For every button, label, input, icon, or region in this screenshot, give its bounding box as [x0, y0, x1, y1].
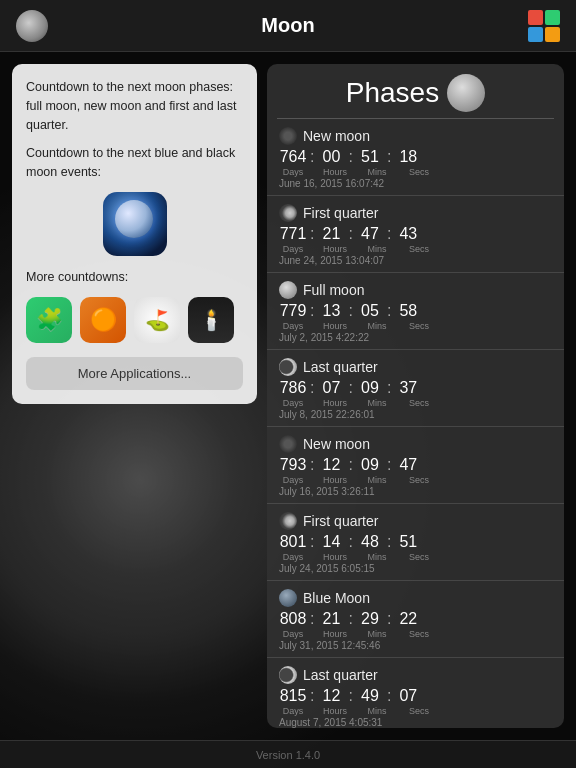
- phase-item: New moon 764 : 00 : 51 : 18 Days Hours M…: [267, 119, 564, 196]
- phase-countdown: 815 : 12 : 49 : 07: [279, 687, 552, 705]
- phase-moon-icon: [279, 666, 297, 684]
- phase-name: Blue Moon: [303, 590, 370, 606]
- phase-mins: 09: [356, 456, 384, 474]
- hours-label: Hours: [321, 321, 349, 331]
- orange-app-icon[interactable]: 🟠: [80, 297, 126, 343]
- phase-days: 771: [279, 225, 307, 243]
- phase-moon-icon: [279, 435, 297, 453]
- phase-mins: 29: [356, 610, 384, 628]
- phase-mins: 47: [356, 225, 384, 243]
- phase-labels: Days Hours Mins Secs: [279, 706, 552, 716]
- phase-name-row: First quarter: [279, 204, 552, 222]
- days-label: Days: [279, 475, 307, 485]
- phase-countdown: 808 : 21 : 29 : 22: [279, 610, 552, 628]
- phase-name-row: New moon: [279, 435, 552, 453]
- phase-days: 779: [279, 302, 307, 320]
- hours-label: Hours: [321, 244, 349, 254]
- candle-app-icon[interactable]: 🕯️: [188, 297, 234, 343]
- phase-item: New moon 793 : 12 : 09 : 47 Days Hours M…: [267, 427, 564, 504]
- main-content: Countdown to the next moon phases: full …: [0, 52, 576, 740]
- more-applications-button[interactable]: More Applications...: [26, 357, 243, 390]
- mins-label: Mins: [363, 552, 391, 562]
- secs-label: Secs: [405, 167, 433, 177]
- mins-label: Mins: [363, 706, 391, 716]
- phase-name: New moon: [303, 128, 370, 144]
- phases-title: Phases: [346, 77, 439, 109]
- phase-item: Blue Moon 808 : 21 : 29 : 22 Days Hours …: [267, 581, 564, 658]
- phase-secs: 47: [394, 456, 422, 474]
- phase-hours: 21: [317, 610, 345, 628]
- phase-hours: 14: [317, 533, 345, 551]
- phase-name: Last quarter: [303, 667, 378, 683]
- secs-label: Secs: [405, 475, 433, 485]
- info-card: Countdown to the next moon phases: full …: [12, 64, 257, 404]
- phases-list: New moon 764 : 00 : 51 : 18 Days Hours M…: [267, 119, 564, 728]
- phase-mins: 48: [356, 533, 384, 551]
- phase-hours: 00: [317, 148, 345, 166]
- description-1: Countdown to the next moon phases: full …: [26, 78, 243, 134]
- secs-label: Secs: [405, 321, 433, 331]
- phase-date: June 24, 2015 13:04:07: [279, 255, 552, 266]
- phase-labels: Days Hours Mins Secs: [279, 321, 552, 331]
- secs-label: Secs: [405, 552, 433, 562]
- phase-labels: Days Hours Mins Secs: [279, 244, 552, 254]
- days-label: Days: [279, 398, 307, 408]
- phase-moon-icon: [279, 127, 297, 145]
- puzzle-app-icon[interactable]: 🧩: [26, 297, 72, 343]
- phase-labels: Days Hours Mins Secs: [279, 475, 552, 485]
- phase-name: New moon: [303, 436, 370, 452]
- golf-app-icon[interactable]: ⛳: [134, 297, 180, 343]
- left-panel: Countdown to the next moon phases: full …: [12, 64, 257, 728]
- phase-name-row: New moon: [279, 127, 552, 145]
- phase-name: First quarter: [303, 205, 378, 221]
- phase-hours: 21: [317, 225, 345, 243]
- phase-countdown: 793 : 12 : 09 : 47: [279, 456, 552, 474]
- phase-date: June 16, 2015 16:07:42: [279, 178, 552, 189]
- phase-date: July 31, 2015 12:45:46: [279, 640, 552, 651]
- phase-moon-icon: [279, 358, 297, 376]
- description-2: Countdown to the next blue and black moo…: [26, 144, 243, 182]
- app-icons-row: 🧩 🟠 ⛳ 🕯️: [26, 297, 243, 343]
- mins-label: Mins: [363, 629, 391, 639]
- phase-countdown: 779 : 13 : 05 : 58: [279, 302, 552, 320]
- bottom-bar: Version 1.4.0: [0, 740, 576, 768]
- phase-secs: 22: [394, 610, 422, 628]
- phase-labels: Days Hours Mins Secs: [279, 629, 552, 639]
- phase-name-row: Blue Moon: [279, 589, 552, 607]
- phase-days: 815: [279, 687, 307, 705]
- phase-days: 793: [279, 456, 307, 474]
- days-label: Days: [279, 706, 307, 716]
- phase-date: July 2, 2015 4:22:22: [279, 332, 552, 343]
- mins-label: Mins: [363, 321, 391, 331]
- phase-days: 808: [279, 610, 307, 628]
- days-label: Days: [279, 552, 307, 562]
- phase-secs: 58: [394, 302, 422, 320]
- phase-name: First quarter: [303, 513, 378, 529]
- hours-label: Hours: [321, 398, 349, 408]
- phase-countdown: 771 : 21 : 47 : 43: [279, 225, 552, 243]
- phase-labels: Days Hours Mins Secs: [279, 167, 552, 177]
- phase-mins: 49: [356, 687, 384, 705]
- secs-label: Secs: [405, 244, 433, 254]
- phase-name-row: Last quarter: [279, 358, 552, 376]
- phases-header: Phases: [267, 64, 564, 118]
- version-label: Version 1.4.0: [256, 749, 320, 761]
- days-label: Days: [279, 629, 307, 639]
- phase-hours: 12: [317, 456, 345, 474]
- phase-days: 786: [279, 379, 307, 397]
- more-countdowns-label: More countdowns:: [26, 268, 243, 287]
- phase-moon-icon: [279, 281, 297, 299]
- secs-label: Secs: [405, 398, 433, 408]
- moon-app-icon[interactable]: [103, 192, 167, 256]
- grid-icon[interactable]: [528, 10, 560, 42]
- phase-item: Last quarter 786 : 07 : 09 : 37 Days Hou…: [267, 350, 564, 427]
- top-navigation-bar: Moon: [0, 0, 576, 52]
- phase-name-row: Last quarter: [279, 666, 552, 684]
- hours-label: Hours: [321, 706, 349, 716]
- phase-name: Full moon: [303, 282, 364, 298]
- phase-countdown: 801 : 14 : 48 : 51: [279, 533, 552, 551]
- phase-labels: Days Hours Mins Secs: [279, 552, 552, 562]
- phase-moon-icon: [279, 204, 297, 222]
- phase-mins: 51: [356, 148, 384, 166]
- phases-panel[interactable]: Phases New moon 764 : 00 : 51 : 18 Days …: [267, 64, 564, 728]
